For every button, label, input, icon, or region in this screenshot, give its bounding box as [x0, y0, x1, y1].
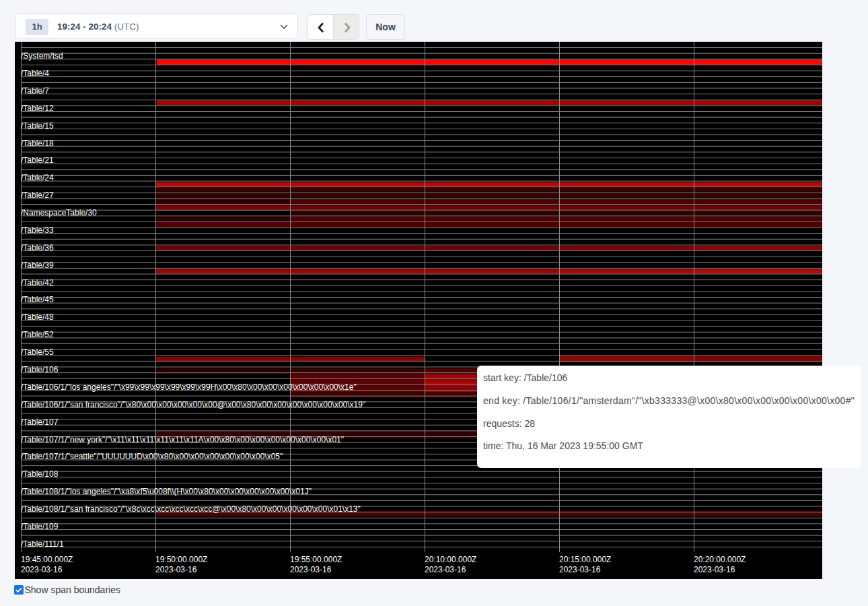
svg-text:/Table/21: /Table/21 [21, 156, 54, 165]
svg-text:20:10:00.000Z: 20:10:00.000Z [425, 555, 476, 564]
svg-text:/Table/45: /Table/45 [21, 295, 54, 304]
svg-text:/NamespaceTable/30: /NamespaceTable/30 [21, 208, 97, 217]
svg-text:/Table/108: /Table/108 [21, 469, 59, 479]
svg-text:/Table/108/1/"san francisco"/": /Table/108/1/"san francisco"/"\x8c\xcc\x… [21, 504, 361, 514]
svg-text:/Table/42: /Table/42 [21, 278, 54, 288]
svg-text:19:50:00.000Z: 19:50:00.000Z [155, 555, 207, 564]
svg-text:2023-03-16: 2023-03-16 [21, 565, 63, 574]
svg-text:/Table/15: /Table/15 [21, 121, 54, 131]
svg-text:/Table/108/1/"los angeles"/"\x: /Table/108/1/"los angeles"/"\xa8\xf5\u00… [21, 487, 312, 496]
svg-text:/Table/12: /Table/12 [21, 104, 54, 113]
svg-text:/Table/33: /Table/33 [21, 226, 54, 235]
svg-text:/Table/106: /Table/106 [21, 365, 59, 374]
svg-text:19:45:00.000Z: 19:45:00.000Z [21, 555, 73, 564]
svg-text:2023-03-16: 2023-03-16 [425, 565, 466, 574]
svg-text:/Table/52: /Table/52 [21, 330, 54, 339]
svg-text:2023-03-16: 2023-03-16 [290, 565, 332, 574]
svg-text:20:15:00.000Z: 20:15:00.000Z [559, 555, 611, 564]
svg-text:/Table/39: /Table/39 [21, 261, 54, 270]
svg-text:/Table/18: /Table/18 [21, 139, 54, 148]
svg-text:2023-03-16: 2023-03-16 [559, 565, 601, 574]
svg-text:/Table/48: /Table/48 [21, 312, 54, 322]
svg-text:/Table/107/1/"seattle"/"UUUUUU: /Table/107/1/"seattle"/"UUUUUUD\x00\x80\… [21, 452, 283, 461]
svg-text:/Table/106/1/"los angeles"/"\x: /Table/106/1/"los angeles"/"\x99\x99\x99… [21, 382, 357, 392]
svg-text:/Table/111/1: /Table/111/1 [21, 539, 64, 549]
svg-text:/Table/24: /Table/24 [21, 173, 54, 182]
svg-text:/Table/107/1/"new york"/"\x11\: /Table/107/1/"new york"/"\x11\x11\x11\x1… [21, 435, 344, 444]
svg-text:/Table/106/1/"san francisco"/": /Table/106/1/"san francisco"/"\x80\x00\x… [21, 400, 365, 409]
svg-text:/Table/7: /Table/7 [21, 86, 49, 96]
svg-text:/Table/55: /Table/55 [21, 347, 54, 357]
svg-text:/System/tsd: /System/tsd [21, 51, 63, 61]
svg-text:20:20:00.000Z: 20:20:00.000Z [694, 555, 746, 564]
svg-text:19:55:00.000Z: 19:55:00.000Z [290, 555, 342, 564]
svg-text:2023-03-16: 2023-03-16 [694, 565, 735, 574]
svg-text:/Table/36: /Table/36 [21, 243, 54, 252]
svg-text:2023-03-16: 2023-03-16 [155, 565, 197, 574]
svg-text:/Table/109: /Table/109 [21, 522, 59, 531]
svg-text:/Table/4: /Table/4 [21, 69, 49, 78]
svg-text:/Table/27: /Table/27 [21, 191, 54, 200]
svg-text:/Table/107: /Table/107 [21, 417, 59, 427]
